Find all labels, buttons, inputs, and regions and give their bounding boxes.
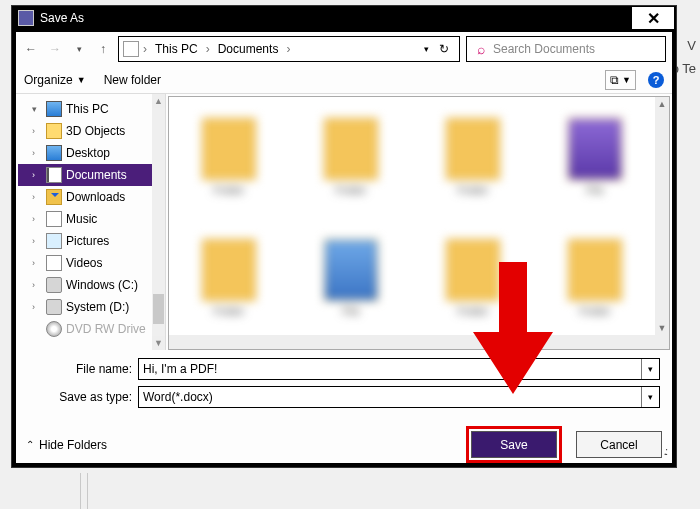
background-divider xyxy=(80,473,88,509)
drive-icon xyxy=(46,299,62,315)
resize-grip[interactable]: ..: xyxy=(664,446,666,457)
hide-folders-toggle[interactable]: ⌃ Hide Folders xyxy=(26,438,107,452)
collapse-icon[interactable]: ▾ xyxy=(32,104,42,114)
expand-icon[interactable]: › xyxy=(32,192,42,202)
expand-icon[interactable]: › xyxy=(32,258,42,268)
dialog-footer: ⌃ Hide Folders Save Cancel xyxy=(16,418,672,463)
scroll-up-icon[interactable]: ▲ xyxy=(655,97,669,111)
toolbar: Organize ▼ New folder ⧉ ▼ ? xyxy=(16,66,672,94)
tree-item-dvd-drive[interactable]: DVD RW Drive xyxy=(18,318,165,340)
titlebar: Save As ✕ xyxy=(12,6,676,30)
expand-icon[interactable]: › xyxy=(32,214,42,224)
callout-highlight: Save xyxy=(466,426,562,463)
tree-item-drive-c[interactable]: › Windows (C:) xyxy=(18,274,165,296)
breadcrumb-this-pc[interactable]: This PC xyxy=(151,40,202,58)
tree-item-drive-d[interactable]: › System (D:) xyxy=(18,296,165,318)
file-items-blurred: Folder Folder Folder File Folder File Fo… xyxy=(173,101,651,333)
save-as-type-label: Save as type: xyxy=(28,390,138,404)
expand-icon[interactable]: › xyxy=(32,280,42,290)
new-folder-button[interactable]: New folder xyxy=(104,73,161,87)
folder-tree[interactable]: ▾ This PC › 3D Objects › Desktop xyxy=(16,94,166,350)
search-icon: ⌕ xyxy=(477,41,485,57)
back-button[interactable]: ← xyxy=(22,40,40,58)
chevron-right-icon[interactable]: › xyxy=(284,42,292,56)
save-as-dialog: Save As ✕ ← → ▾ ↑ › This PC › Documents … xyxy=(11,5,677,468)
music-icon xyxy=(46,211,62,227)
desktop-icon xyxy=(46,145,62,161)
scroll-thumb[interactable] xyxy=(153,294,164,324)
downloads-icon xyxy=(46,189,62,205)
breadcrumb-documents[interactable]: Documents xyxy=(214,40,283,58)
tree-item-music[interactable]: › Music xyxy=(18,208,165,230)
scroll-up-icon[interactable]: ▲ xyxy=(152,94,165,108)
dvd-icon xyxy=(46,321,62,337)
expand-icon[interactable]: › xyxy=(32,170,42,180)
cancel-button[interactable]: Cancel xyxy=(576,431,662,458)
chevron-right-icon[interactable]: › xyxy=(204,42,212,56)
window-title: Save As xyxy=(40,11,632,25)
chevron-down-icon[interactable]: ▾ xyxy=(641,387,659,407)
recent-locations-dropdown[interactable]: ▾ xyxy=(70,40,88,58)
close-button[interactable]: ✕ xyxy=(632,7,674,29)
location-icon xyxy=(123,41,139,57)
tree-item-desktop[interactable]: › Desktop xyxy=(18,142,165,164)
chevron-up-icon: ⌃ xyxy=(26,439,34,450)
address-bar[interactable]: › This PC › Documents › ▾ ↻ xyxy=(118,36,460,62)
chevron-down-icon[interactable]: ▾ xyxy=(641,359,659,379)
refresh-button[interactable]: ↻ xyxy=(431,42,455,56)
help-button[interactable]: ? xyxy=(648,72,664,88)
app-icon xyxy=(18,10,34,26)
content-scrollbar-h[interactable] xyxy=(169,335,669,349)
view-options-button[interactable]: ⧉ ▼ xyxy=(605,70,636,90)
tree-scrollbar[interactable]: ▲ ▼ xyxy=(152,94,165,350)
chevron-right-icon[interactable]: › xyxy=(141,42,149,56)
nav-row: ← → ▾ ↑ › This PC › Documents › ▾ ↻ ⌕ xyxy=(16,32,672,66)
search-box[interactable]: ⌕ Search Documents xyxy=(466,36,666,62)
search-placeholder: Search Documents xyxy=(493,42,595,56)
scroll-down-icon[interactable]: ▼ xyxy=(655,321,669,335)
file-list-pane[interactable]: Folder Folder Folder File Folder File Fo… xyxy=(168,96,670,350)
tree-item-videos[interactable]: › Videos xyxy=(18,252,165,274)
address-dropdown[interactable]: ▾ xyxy=(424,44,429,54)
view-icon: ⧉ xyxy=(610,73,619,87)
save-as-type-select[interactable]: Word(*.docx) ▾ xyxy=(138,386,660,408)
expand-icon[interactable]: › xyxy=(32,302,42,312)
tree-item-pictures[interactable]: › Pictures xyxy=(18,230,165,252)
save-button[interactable]: Save xyxy=(471,431,557,458)
forward-button[interactable]: → xyxy=(46,40,64,58)
organize-menu[interactable]: Organize ▼ xyxy=(24,73,86,87)
expand-icon[interactable]: › xyxy=(32,126,42,136)
tree-item-downloads[interactable]: › Downloads xyxy=(18,186,165,208)
tree-item-documents[interactable]: › Documents xyxy=(18,164,165,186)
expand-icon[interactable]: › xyxy=(32,236,42,246)
file-name-input[interactable]: Hi, I'm a PDF! ▾ xyxy=(138,358,660,380)
scroll-down-icon[interactable]: ▼ xyxy=(152,336,165,350)
pictures-icon xyxy=(46,233,62,249)
drive-icon xyxy=(46,277,62,293)
tree-item-this-pc[interactable]: ▾ This PC xyxy=(18,98,165,120)
documents-icon xyxy=(46,167,62,183)
expand-icon[interactable]: › xyxy=(32,148,42,158)
chevron-down-icon: ▼ xyxy=(622,75,631,85)
up-button[interactable]: ↑ xyxy=(94,40,112,58)
content-scrollbar-v[interactable]: ▲ ▼ xyxy=(655,97,669,335)
tree-item-3d-objects[interactable]: › 3D Objects xyxy=(18,120,165,142)
save-fields: File name: Hi, I'm a PDF! ▾ Save as type… xyxy=(16,350,672,418)
file-name-label: File name: xyxy=(28,362,138,376)
folder-icon xyxy=(46,123,62,139)
pc-icon xyxy=(46,101,62,117)
chevron-down-icon: ▼ xyxy=(77,75,86,85)
videos-icon xyxy=(46,255,62,271)
